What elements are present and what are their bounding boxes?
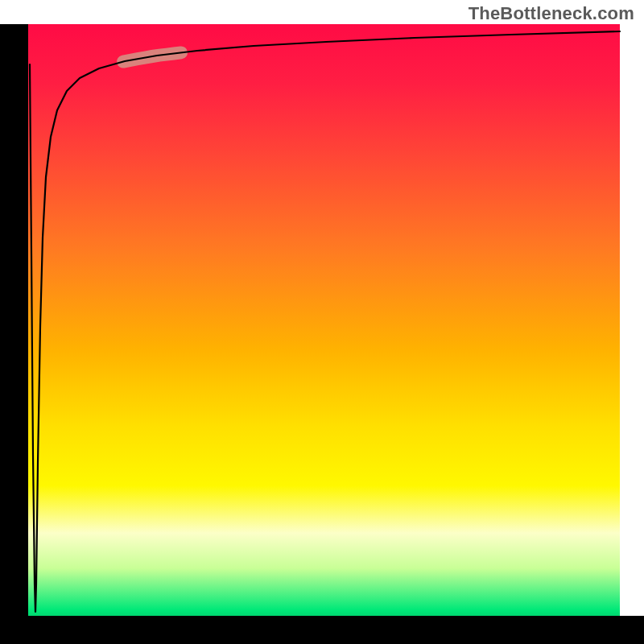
attribution-text: TheBottleneck.com xyxy=(469,3,634,24)
bottleneck-curve-path xyxy=(30,31,620,612)
chart-canvas: TheBottleneck.com xyxy=(0,0,644,644)
x-axis-border xyxy=(0,616,644,644)
y-axis-border xyxy=(0,24,28,616)
curve-svg xyxy=(28,24,620,616)
